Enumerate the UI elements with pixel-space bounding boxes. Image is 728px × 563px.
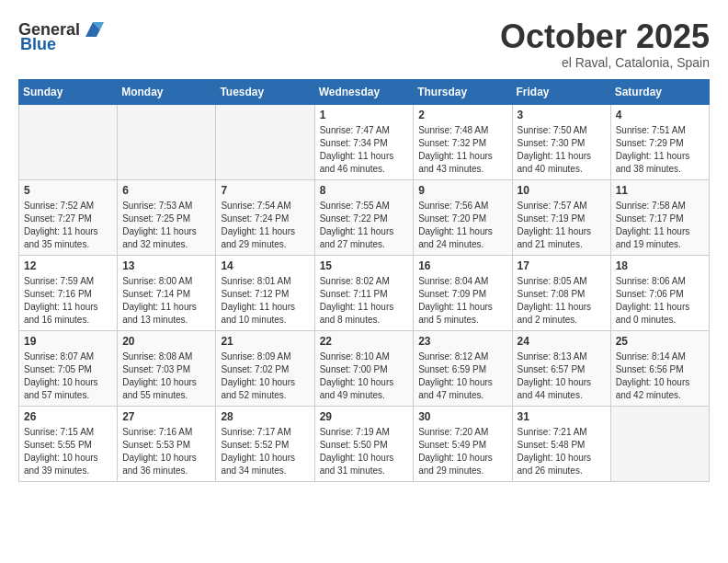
calendar-cell: 27Sunrise: 7:16 AMSunset: 5:53 PMDayligh… (118, 406, 216, 481)
page-header: General Blue October 2025 el Raval, Cata… (18, 18, 710, 70)
logo: General Blue (18, 18, 104, 54)
day-info: Sunrise: 7:51 AMSunset: 7:29 PMDaylight:… (616, 124, 704, 176)
calendar-cell: 25Sunrise: 8:14 AMSunset: 6:56 PMDayligh… (610, 330, 709, 406)
day-number: 27 (122, 410, 210, 423)
day-info: Sunrise: 7:15 AMSunset: 5:55 PMDaylight:… (24, 426, 112, 477)
month-title: October 2025 (500, 18, 710, 55)
day-number: 28 (221, 410, 309, 423)
calendar-cell: 24Sunrise: 8:13 AMSunset: 6:57 PMDayligh… (512, 330, 610, 406)
logo-icon (82, 18, 104, 40)
day-info: Sunrise: 7:58 AMSunset: 7:17 PMDaylight:… (616, 200, 704, 251)
calendar-cell: 2Sunrise: 7:48 AMSunset: 7:32 PMDaylight… (414, 104, 512, 179)
calendar-cell (118, 104, 216, 179)
day-number: 20 (122, 335, 210, 348)
calendar-cell: 6Sunrise: 7:53 AMSunset: 7:25 PMDaylight… (118, 179, 216, 255)
day-info: Sunrise: 7:17 AMSunset: 5:52 PMDaylight:… (221, 426, 309, 477)
day-info: Sunrise: 7:48 AMSunset: 7:32 PMDaylight:… (418, 124, 506, 176)
day-number: 13 (122, 259, 210, 272)
day-info: Sunrise: 7:47 AMSunset: 7:34 PMDaylight:… (320, 124, 409, 176)
calendar-week-row: 12Sunrise: 7:59 AMSunset: 7:16 PMDayligh… (19, 255, 710, 330)
day-number: 17 (518, 259, 606, 272)
calendar-cell: 31Sunrise: 7:21 AMSunset: 5:48 PMDayligh… (512, 406, 610, 481)
calendar-week-row: 19Sunrise: 8:07 AMSunset: 7:05 PMDayligh… (19, 330, 710, 406)
day-info: Sunrise: 7:57 AMSunset: 7:19 PMDaylight:… (518, 200, 606, 251)
calendar-cell: 13Sunrise: 8:00 AMSunset: 7:14 PMDayligh… (118, 255, 216, 330)
day-number: 10 (518, 184, 606, 197)
calendar-cell: 19Sunrise: 8:07 AMSunset: 7:05 PMDayligh… (19, 330, 118, 406)
day-info: Sunrise: 7:56 AMSunset: 7:20 PMDaylight:… (418, 200, 506, 251)
calendar-cell: 12Sunrise: 7:59 AMSunset: 7:16 PMDayligh… (19, 255, 118, 330)
day-info: Sunrise: 8:06 AMSunset: 7:06 PMDaylight:… (616, 275, 704, 327)
title-section: October 2025 el Raval, Catalonia, Spain (500, 18, 710, 70)
calendar-table: Sunday Monday Tuesday Wednesday Thursday… (18, 79, 710, 482)
day-info: Sunrise: 8:05 AMSunset: 7:08 PMDaylight:… (518, 275, 606, 327)
calendar-cell: 9Sunrise: 7:56 AMSunset: 7:20 PMDaylight… (414, 179, 512, 255)
day-info: Sunrise: 8:10 AMSunset: 7:00 PMDaylight:… (320, 350, 409, 402)
day-number: 24 (518, 335, 606, 348)
calendar-cell: 30Sunrise: 7:20 AMSunset: 5:49 PMDayligh… (414, 406, 512, 481)
day-number: 21 (221, 335, 309, 348)
calendar-cell: 18Sunrise: 8:06 AMSunset: 7:06 PMDayligh… (610, 255, 709, 330)
day-number: 2 (418, 109, 506, 121)
calendar-cell: 22Sunrise: 8:10 AMSunset: 7:00 PMDayligh… (314, 330, 414, 406)
day-info: Sunrise: 7:19 AMSunset: 5:50 PMDaylight:… (320, 426, 409, 477)
calendar-cell: 4Sunrise: 7:51 AMSunset: 7:29 PMDaylight… (610, 104, 709, 179)
calendar-cell: 17Sunrise: 8:05 AMSunset: 7:08 PMDayligh… (512, 255, 610, 330)
header-wednesday: Wednesday (314, 79, 414, 104)
day-number: 9 (418, 184, 506, 197)
day-number: 29 (320, 410, 409, 423)
calendar-cell (610, 406, 709, 481)
calendar-cell: 21Sunrise: 8:09 AMSunset: 7:02 PMDayligh… (216, 330, 314, 406)
day-number: 11 (616, 184, 704, 197)
calendar-cell: 23Sunrise: 8:12 AMSunset: 6:59 PMDayligh… (414, 330, 512, 406)
calendar-cell: 29Sunrise: 7:19 AMSunset: 5:50 PMDayligh… (314, 406, 414, 481)
day-number: 15 (320, 259, 409, 272)
day-info: Sunrise: 8:14 AMSunset: 6:56 PMDaylight:… (616, 350, 704, 402)
calendar-cell: 11Sunrise: 7:58 AMSunset: 7:17 PMDayligh… (610, 179, 709, 255)
day-info: Sunrise: 8:00 AMSunset: 7:14 PMDaylight:… (122, 275, 210, 327)
day-info: Sunrise: 8:09 AMSunset: 7:02 PMDaylight:… (221, 350, 309, 402)
header-thursday: Thursday (414, 79, 512, 104)
day-number: 6 (122, 184, 210, 197)
calendar-cell: 8Sunrise: 7:55 AMSunset: 7:22 PMDaylight… (314, 179, 414, 255)
day-info: Sunrise: 8:01 AMSunset: 7:12 PMDaylight:… (221, 275, 309, 327)
day-info: Sunrise: 8:13 AMSunset: 6:57 PMDaylight:… (518, 350, 606, 402)
day-info: Sunrise: 7:20 AMSunset: 5:49 PMDaylight:… (418, 426, 506, 477)
location: el Raval, Catalonia, Spain (500, 55, 710, 70)
header-tuesday: Tuesday (216, 79, 314, 104)
day-info: Sunrise: 7:50 AMSunset: 7:30 PMDaylight:… (518, 124, 606, 176)
calendar-cell: 14Sunrise: 8:01 AMSunset: 7:12 PMDayligh… (216, 255, 314, 330)
calendar-cell: 1Sunrise: 7:47 AMSunset: 7:34 PMDaylight… (314, 104, 414, 179)
logo-blue: Blue (20, 35, 56, 54)
day-info: Sunrise: 7:54 AMSunset: 7:24 PMDaylight:… (221, 200, 309, 251)
day-number: 22 (320, 335, 409, 348)
calendar-cell: 28Sunrise: 7:17 AMSunset: 5:52 PMDayligh… (216, 406, 314, 481)
day-number: 31 (518, 410, 606, 423)
day-number: 19 (24, 335, 112, 348)
calendar-cell: 10Sunrise: 7:57 AMSunset: 7:19 PMDayligh… (512, 179, 610, 255)
calendar-cell: 26Sunrise: 7:15 AMSunset: 5:55 PMDayligh… (19, 406, 118, 481)
weekday-header-row: Sunday Monday Tuesday Wednesday Thursday… (19, 79, 710, 104)
day-number: 5 (24, 184, 112, 197)
day-info: Sunrise: 7:55 AMSunset: 7:22 PMDaylight:… (320, 200, 409, 251)
day-number: 8 (320, 184, 409, 197)
calendar-cell: 20Sunrise: 8:08 AMSunset: 7:03 PMDayligh… (118, 330, 216, 406)
header-friday: Friday (512, 79, 610, 104)
day-number: 23 (418, 335, 506, 348)
header-monday: Monday (118, 79, 216, 104)
day-info: Sunrise: 8:04 AMSunset: 7:09 PMDaylight:… (418, 275, 506, 327)
calendar-cell: 16Sunrise: 8:04 AMSunset: 7:09 PMDayligh… (414, 255, 512, 330)
day-number: 12 (24, 259, 112, 272)
day-info: Sunrise: 7:21 AMSunset: 5:48 PMDaylight:… (518, 426, 606, 477)
day-number: 30 (418, 410, 506, 423)
day-info: Sunrise: 8:02 AMSunset: 7:11 PMDaylight:… (320, 275, 409, 327)
day-number: 3 (518, 109, 606, 121)
calendar-week-row: 1Sunrise: 7:47 AMSunset: 7:34 PMDaylight… (19, 104, 710, 179)
day-number: 7 (221, 184, 309, 197)
day-number: 18 (616, 259, 704, 272)
day-number: 4 (616, 109, 704, 121)
day-info: Sunrise: 7:52 AMSunset: 7:27 PMDaylight:… (24, 200, 112, 251)
calendar-cell: 7Sunrise: 7:54 AMSunset: 7:24 PMDaylight… (216, 179, 314, 255)
day-number: 26 (24, 410, 112, 423)
day-number: 16 (418, 259, 506, 272)
